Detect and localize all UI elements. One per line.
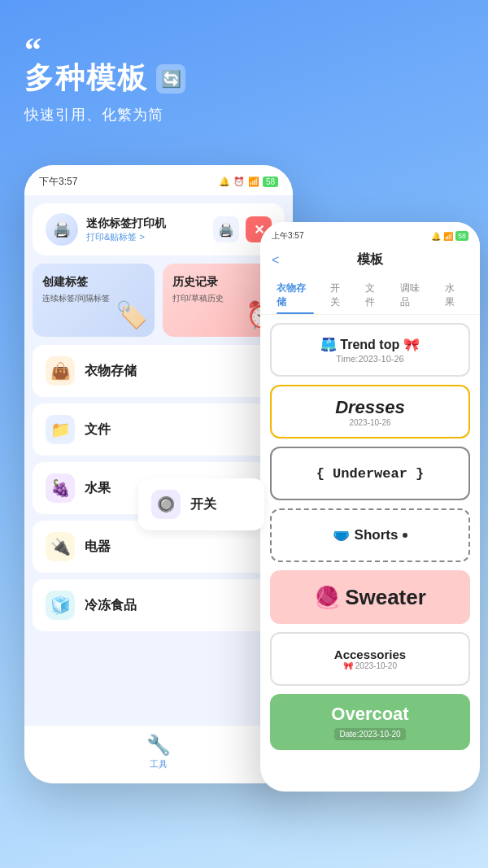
frozen-label: 冷冻食品 [85,597,137,614]
shorts-icon: 🩳 [320,337,337,352]
frozen-icon: 🧊 [46,591,75,620]
open-switch-card[interactable]: 🔘 开关 [138,478,264,530]
template-trend-top[interactable]: 🩳 Trend top 🎀 Time:2023-10-26 [270,323,470,377]
card-create-title: 创建标签 [42,275,145,290]
template-shorts[interactable]: 🩲 Shorts [270,508,470,562]
app-name: 迷你标签打印机 [86,216,213,231]
overcoat-name: Overcoat [331,704,408,725]
template-accessories[interactable]: Accessories 🎀 2023-10-20 [270,632,470,686]
app-info: 迷你标签打印机 打印&贴标签 > [86,216,213,243]
electronics-label: 电器 [85,539,111,556]
main-tab-bar: 🔧 工具 [24,726,293,783]
alarm-icon: ⏰ [233,177,245,187]
dresses-name: Dresses [335,397,405,418]
action-cards: 创建标签 连续标签/间隔标签 🏷️ 历史记录 打印/草稿历史 ⏰ [33,264,285,337]
overcoat-date: Date:2023-10-20 [334,728,405,740]
bell-icon: 🔔 [219,177,230,187]
phone-second: 上午3:57 🔔 📶 58 < 模板 衣物存储 开关 文件 调味品 水果 [260,222,480,792]
tab-condiments[interactable]: 调味品 [392,277,437,314]
clothing-icon: 👜 [46,356,75,386]
card-create[interactable]: 创建标签 连续标签/间隔标签 🏷️ [33,264,155,337]
phone-second-status: 上午3:57 🔔 📶 58 [260,222,480,246]
create-decoration: 🏷️ [115,299,148,330]
template-sweater[interactable]: 🧶 Sweater [270,570,470,624]
back-button[interactable]: < [272,253,279,268]
app-header: 🖨️ 迷你标签打印机 打印&贴标签 > 🖨️ ✕ [33,203,285,255]
shorts-symbol-icon: 🩲 [333,527,350,544]
tools-tab-label[interactable]: 工具 [150,758,168,770]
print-button[interactable]: 🖨️ [213,216,239,242]
files-icon: 📁 [46,415,75,444]
accessories-date: 🎀 2023-10-20 [343,661,397,670]
main-title: 多种模板 [24,59,148,98]
header-section: “ 多种模板 🔄 快速引用、化繁为简 [0,0,488,133]
menu-item-clothing[interactable]: 👜 衣物存储 [33,345,285,397]
shorts-dot [403,533,407,538]
fruits-icon: 🍇 [46,473,75,503]
sweater-text: Sweater [345,585,426,610]
subtitle: 快速引用、化繁为简 [24,105,464,124]
switch-icon: 🔘 [151,490,181,519]
app-sub: 打印&贴标签 > [86,231,213,243]
clothing-label: 衣物存储 [85,363,137,380]
signal-icon: 📶 [248,177,259,187]
phones-wrapper: 下午3:57 🔔 ⏰ 📶 58 🖨️ 迷你标签打印机 打印&贴标签 > 🖨️ ✕ [0,149,488,816]
tools-tab-icon: 🔧 [146,734,171,757]
second-battery: 58 [455,231,468,241]
tab-fruits[interactable]: 水果 [437,277,472,314]
trend-top-date: Time:2023-10-26 [336,354,403,364]
electronics-icon: 🔌 [46,532,75,561]
underwear-name: { Underwear } [316,466,425,482]
battery-indicator: 58 [263,177,278,187]
phone-main: 下午3:57 🔔 ⏰ 📶 58 🖨️ 迷你标签打印机 打印&贴标签 > 🖨️ ✕ [24,165,293,783]
status-time: 下午3:57 [39,175,77,189]
second-header: < 模板 [260,246,480,277]
sweater-icon: 🧶 [314,585,340,610]
menu-item-frozen[interactable]: 🧊 冷冻食品 [33,579,285,631]
second-status-time: 上午3:57 [272,230,303,242]
template-dresses[interactable]: Dresses 2023-10-26 [270,385,470,438]
second-signal-icon: 📶 [443,232,453,241]
title-icon: 🔄 [156,64,185,94]
switch-label: 开关 [190,496,216,513]
app-icon: 🖨️ [46,213,78,246]
page-title: 模板 [357,251,383,268]
files-label: 文件 [85,421,111,438]
template-underwear[interactable]: { Underwear } [270,447,470,500]
tab-files[interactable]: 文件 [357,277,392,314]
trend-top-name: 🩳 Trend top 🎀 [320,337,419,352]
shorts-name: 🩲 Shorts [333,527,408,544]
second-bell-icon: 🔔 [431,232,441,241]
dresses-date: 2023-10-26 [349,418,390,427]
shorts-text: Shorts [355,527,399,543]
second-tab-bar: 衣物存储 开关 文件 调味品 水果 [260,277,480,315]
templates-list: 🩳 Trend top 🎀 Time:2023-10-26 Dresses 20… [260,315,480,792]
phone-main-status: 下午3:57 🔔 ⏰ 📶 58 [24,165,293,195]
title-row: 多种模板 🔄 [24,59,464,98]
accessories-name: Accessories [334,648,406,661]
template-overcoat[interactable]: Overcoat Date:2023-10-20 [270,694,470,750]
tab-clothing[interactable]: 衣物存储 [268,277,322,314]
tab-switch[interactable]: 开关 [322,277,357,314]
fruits-label: 水果 [85,480,111,497]
menu-item-files[interactable]: 📁 文件 [33,403,285,456]
sweater-name: 🧶 Sweater [314,585,426,610]
